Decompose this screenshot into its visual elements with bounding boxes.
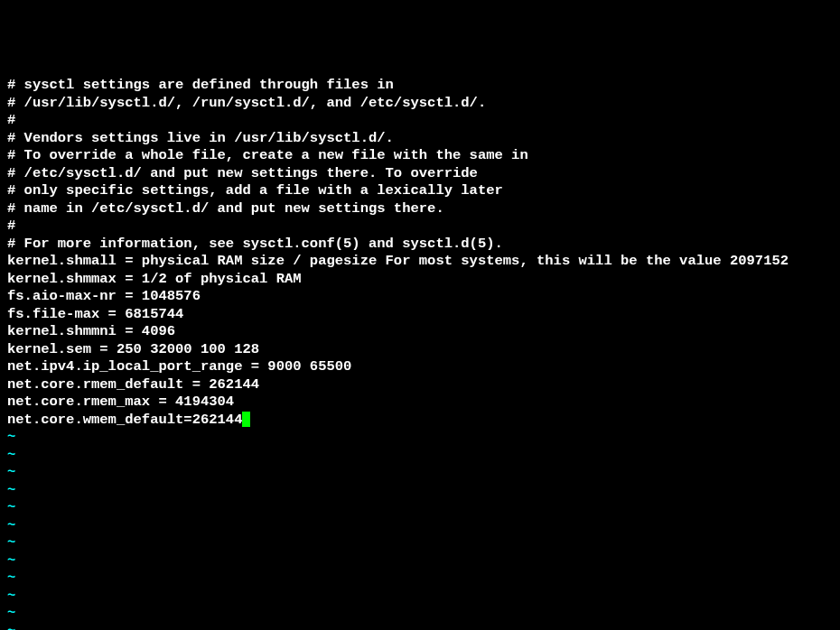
editor-line: # Vendors settings live in /usr/lib/sysc… [7, 130, 833, 148]
empty-line-tilde: ~ [7, 570, 833, 588]
empty-line-tilde: ~ [7, 605, 833, 623]
editor-line: net.core.rmem_default = 262144 [7, 376, 833, 394]
editor-line: # only specific settings, add a file wit… [7, 182, 833, 200]
editor-line: net.core.rmem_max = 4194304 [7, 394, 833, 412]
editor-line: fs.file-max = 6815744 [7, 306, 833, 324]
empty-line-tilde: ~ [7, 499, 833, 517]
empty-line-tilde: ~ [7, 517, 833, 535]
empty-line-tilde: ~ [7, 447, 833, 465]
editor-line: fs.aio-max-nr = 1048576 [7, 288, 833, 306]
empty-line-tilde: ~ [7, 588, 833, 606]
editor-line: # [7, 218, 833, 236]
editor-line: # name in /etc/sysctl.d/ and put new set… [7, 200, 833, 218]
editor-line: kernel.shmall = physical RAM size / page… [7, 253, 833, 271]
editor-line: # sysctl settings are defined through fi… [7, 77, 833, 95]
editor-line: # To override a whole file, create a new… [7, 147, 833, 165]
empty-line-tilde: ~ [7, 534, 833, 552]
editor-line: net.ipv4.ip_local_port_range = 9000 6550… [7, 358, 833, 376]
editor-line: # [7, 112, 833, 130]
empty-line-tilde: ~ [7, 552, 833, 570]
editor-line: net.core.wmem_default=262144 [7, 412, 833, 430]
editor-line: # /etc/sysctl.d/ and put new settings th… [7, 165, 833, 183]
cursor [242, 412, 250, 427]
editor-line: # For more information, see sysctl.conf(… [7, 236, 833, 254]
editor-line: kernel.shmmni = 4096 [7, 323, 833, 341]
empty-line-tilde: ~ [7, 623, 833, 631]
editor-line: kernel.sem = 250 32000 100 128 [7, 341, 833, 359]
empty-line-tilde: ~ [7, 429, 833, 447]
empty-line-tilde: ~ [7, 482, 833, 500]
terminal-editor[interactable]: # sysctl settings are defined through fi… [7, 77, 833, 630]
empty-line-tilde: ~ [7, 464, 833, 482]
editor-line: kernel.shmmax = 1/2 of physical RAM [7, 271, 833, 289]
editor-line: # /usr/lib/sysctl.d/, /run/sysctl.d/, an… [7, 95, 833, 113]
